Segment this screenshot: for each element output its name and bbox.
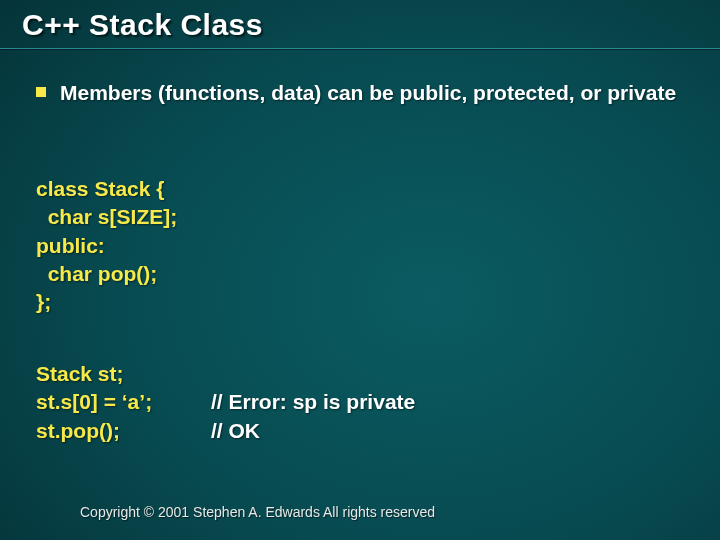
title-underline (0, 48, 720, 49)
bullet-marker-icon (36, 87, 46, 97)
bullet-item: Members (functions, data) can be public,… (36, 80, 690, 107)
code-line: public: (36, 234, 105, 257)
code-row: st.s[0] = ‘a’; // Error: sp is private (36, 388, 415, 416)
code-row: st.pop(); // OK (36, 417, 415, 445)
code-block-usage: Stack st; st.s[0] = ‘a’; // Error: sp is… (36, 360, 415, 445)
code-line: class Stack { (36, 177, 164, 200)
code-comment: // Error: sp is private (211, 388, 415, 416)
slide: C++ Stack Class Members (functions, data… (0, 0, 720, 540)
copyright-footer: Copyright © 2001 Stephen A. Edwards All … (80, 504, 435, 520)
bullet-text: Members (functions, data) can be public,… (60, 80, 676, 107)
code-block-class-def: class Stack { char s[SIZE]; public: char… (36, 175, 177, 317)
code-row: Stack st; (36, 360, 415, 388)
slide-title: C++ Stack Class (22, 8, 263, 42)
code-line: }; (36, 290, 51, 313)
code-comment: // OK (211, 417, 260, 445)
code-stmt: st.s[0] = ‘a’; (36, 388, 211, 416)
code-stmt: st.pop(); (36, 417, 211, 445)
code-line: char s[SIZE]; (36, 205, 177, 228)
code-line: char pop(); (36, 262, 157, 285)
code-stmt: Stack st; (36, 360, 211, 388)
